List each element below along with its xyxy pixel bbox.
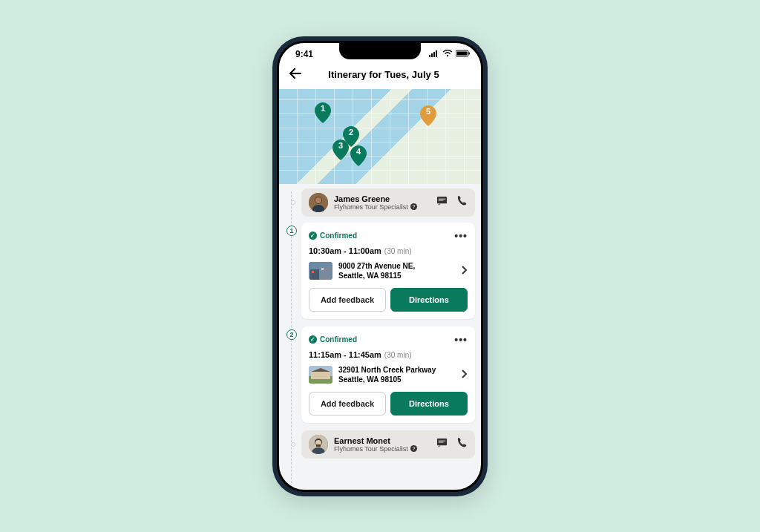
specialist-name: Earnest Monet (334, 436, 430, 445)
more-button[interactable]: ••• (454, 230, 468, 242)
phone-icon[interactable] (456, 195, 468, 209)
svg-rect-19 (321, 268, 324, 270)
specialist-actions (436, 437, 468, 451)
page-title: Itinerary for Tues, July 5 (312, 69, 456, 80)
specialist-role: Flyhomes Tour Specialist? (334, 445, 430, 453)
wifi-icon (442, 49, 453, 59)
svg-rect-22 (311, 372, 330, 379)
status-right (429, 49, 471, 59)
svg-rect-2 (433, 52, 435, 57)
map-view[interactable]: 1 2 3 4 5 (279, 89, 481, 184)
chevron-right-icon (462, 264, 468, 278)
message-icon[interactable] (436, 195, 448, 209)
address-row[interactable]: 9000 27th Avenue NE,Seattle, WA 98115 (309, 261, 468, 280)
specialist-name: James Greene (334, 194, 430, 203)
battery-icon (456, 49, 471, 59)
map-pin-5[interactable]: 5 (420, 105, 436, 126)
svg-rect-31 (439, 442, 444, 443)
svg-rect-0 (429, 55, 430, 57)
specialist-card: Earnest Monet Flyhomes Tour Specialist? (301, 430, 475, 459)
timeline-dot (291, 442, 295, 447)
avatar[interactable] (309, 435, 328, 454)
address-row[interactable]: 32901 North Creek ParkwaySeattle, WA 981… (309, 365, 468, 384)
timeline-dot (291, 200, 295, 205)
add-feedback-button[interactable]: Add feedback (309, 392, 386, 416)
timeline: James Greene Flyhomes Tour Specialist? 1… (279, 184, 481, 487)
signal-icon (429, 49, 439, 59)
address-text: 9000 27th Avenue NE,Seattle, WA 98115 (338, 261, 456, 280)
stop-header: ✓Confirmed ••• (309, 334, 468, 346)
time-row: 11:15am - 11:45am(30 min) (309, 350, 468, 359)
specialist-card: James Greene Flyhomes Tour Specialist? (301, 188, 475, 217)
svg-rect-7 (469, 52, 471, 54)
svg-rect-3 (436, 50, 437, 57)
screen: 9:41 Itinerary for Tues, July 5 1 2 3 4 … (279, 43, 481, 490)
phone-frame: 9:41 Itinerary for Tues, July 5 1 2 3 4 … (272, 36, 488, 496)
stop-number-badge: 1 (286, 226, 297, 236)
button-row: Add feedback Directions (309, 392, 468, 416)
svg-rect-16 (310, 269, 319, 280)
status-time: 9:41 (295, 49, 313, 59)
property-thumbnail (309, 366, 332, 384)
svg-rect-1 (431, 53, 433, 57)
stop-number-badge: 2 (286, 329, 297, 340)
svg-rect-30 (439, 441, 445, 441)
property-thumbnail (309, 262, 332, 280)
specialist-role: Flyhomes Tour Specialist? (334, 203, 430, 211)
svg-rect-6 (457, 51, 468, 55)
svg-point-10 (315, 197, 321, 203)
phone-icon[interactable] (456, 437, 468, 451)
check-icon: ✓ (309, 335, 317, 344)
specialist-info: James Greene Flyhomes Tour Specialist? (334, 194, 430, 211)
svg-point-4 (447, 54, 448, 56)
notch (339, 43, 421, 59)
directions-button[interactable]: Directions (390, 392, 468, 416)
message-icon[interactable] (436, 437, 448, 451)
more-button[interactable]: ••• (454, 334, 468, 346)
info-icon[interactable]: ? (410, 445, 417, 452)
address-text: 32901 North Creek ParkwaySeattle, WA 981… (338, 365, 456, 384)
specialist-actions (436, 195, 468, 209)
stop-card: 1 ✓Confirmed ••• 10:30am - 11:00am(30 mi… (301, 223, 475, 319)
status-badge: ✓Confirmed (309, 335, 357, 344)
status-badge: ✓Confirmed (309, 231, 357, 240)
add-feedback-button[interactable]: Add feedback (309, 288, 386, 312)
svg-rect-18 (312, 271, 314, 273)
info-icon[interactable]: ? (410, 203, 417, 210)
avatar[interactable] (309, 193, 328, 212)
svg-rect-14 (439, 200, 444, 201)
svg-rect-27 (316, 444, 321, 447)
stop-header: ✓Confirmed ••• (309, 230, 468, 242)
svg-rect-13 (439, 199, 445, 200)
button-row: Add feedback Directions (309, 288, 468, 312)
stop-card: 2 ✓Confirmed ••• 11:15am - 11:45am(30 mi… (301, 326, 475, 423)
map-pin-4[interactable]: 4 (350, 145, 367, 166)
time-row: 10:30am - 11:00am(30 min) (309, 246, 468, 255)
map-pin-3[interactable]: 3 (332, 139, 349, 160)
chevron-right-icon (462, 368, 468, 381)
map-pin-1[interactable]: 1 (315, 102, 331, 123)
specialist-info: Earnest Monet Flyhomes Tour Specialist? (334, 436, 430, 453)
header: Itinerary for Tues, July 5 (279, 65, 481, 89)
phone-inner: 9:41 Itinerary for Tues, July 5 1 2 3 4 … (277, 41, 483, 492)
check-icon: ✓ (309, 231, 317, 240)
directions-button[interactable]: Directions (390, 288, 468, 312)
back-button[interactable] (289, 68, 301, 82)
